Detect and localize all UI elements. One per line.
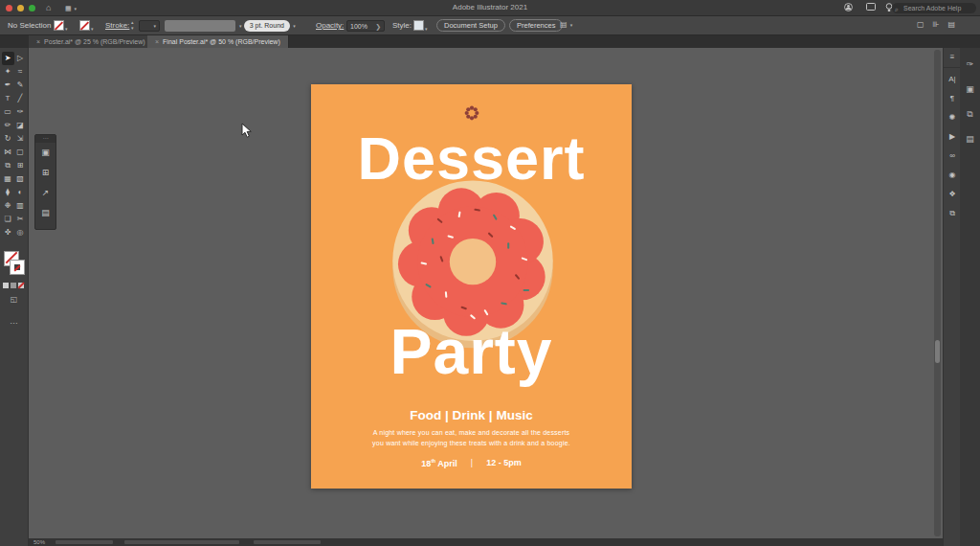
tab-poster[interactable]: ×Poster.ai* @ 25 % (RGB/Preview) <box>29 35 154 48</box>
slice-tool-icon[interactable]: ✂ <box>14 213 27 226</box>
artboards-panel-icon[interactable]: ⧉ <box>944 204 961 223</box>
illustrator-window: ⌂ ▦ ▾ Adobe Illustrator 2021 ⌕ Search Ad… <box>0 0 980 546</box>
color-swatch-panel-icon[interactable]: ▣ <box>960 77 980 102</box>
stroke-width-stepper[interactable]: ▴▾ <box>131 19 134 31</box>
mouse-cursor-icon <box>241 123 253 139</box>
arrange-documents-icon[interactable]: ⊪ <box>933 20 940 29</box>
opacity-dropdown[interactable]: 100%❯ <box>346 20 385 32</box>
brush-settings-icon[interactable]: ▤ ▾ <box>560 20 572 29</box>
toolbox: ➤▷✦≈✒✎T╱▭✑✏◪↻⇲⋈▢⧉⊞▦▧⧫◐❉▥❏✂✜◎ ◱ … <box>0 48 29 546</box>
blend-tool-icon[interactable]: ◐ <box>14 186 27 199</box>
eyedropper-tool-icon[interactable]: ⧫ <box>2 186 14 199</box>
donut-logo-icon <box>463 104 480 122</box>
color-panel-icon[interactable]: ◉ <box>944 166 961 185</box>
links-panel-icon[interactable]: ∞ <box>944 147 961 166</box>
brush-definition[interactable]: ▾ 3 pt. Round ▾ <box>238 20 296 32</box>
shaper-tool-icon[interactable]: ✏ <box>2 119 14 132</box>
scale-tool-icon[interactable]: ⇲ <box>14 132 27 146</box>
layers-mini-panel-icon[interactable]: ▤ <box>35 203 56 223</box>
actions-panel-icon[interactable]: ▶ <box>944 127 961 147</box>
edit-toolbar-icon[interactable]: … <box>0 316 28 326</box>
mini-panel-header[interactable]: ⋯ <box>35 135 56 143</box>
paragraph-panel-icon[interactable]: ¶ <box>944 89 961 108</box>
artboard-tool-icon[interactable]: ❏ <box>2 213 14 226</box>
hand-tool-icon[interactable]: ✜ <box>2 226 14 239</box>
gradient-button[interactable] <box>11 283 16 288</box>
rotate-tool-icon[interactable]: ↻ <box>2 132 14 146</box>
chevron-down-icon: ▾ <box>65 26 68 32</box>
tab-close-icon[interactable]: × <box>36 38 40 45</box>
rectangle-tool-icon[interactable]: ▭ <box>2 105 14 119</box>
libraries-icon[interactable]: ▤ <box>948 20 956 29</box>
stroke-color-control[interactable]: ▾ <box>79 20 94 33</box>
poster-time: 12 - 5pm <box>486 458 522 468</box>
statusbar-text-blur <box>56 540 113 544</box>
pen-tool-icon[interactable]: ✒ <box>2 79 14 92</box>
panel-dock-collapsed: ≡A|¶✺▶∞◉❖⧉ <box>943 48 961 546</box>
statusbar-text-blur <box>124 540 239 544</box>
stroke-none-swatch <box>79 20 90 31</box>
style-swatch-control[interactable]: ▾ <box>413 20 428 33</box>
control-bar: No Selection ▾ ▾ Stroke: ▴▾ ▾ ▾ 3 pt. Ro… <box>0 16 980 35</box>
zoom-tool-icon[interactable]: ◎ <box>14 226 27 239</box>
transform-panel-icon[interactable]: ⊞ <box>35 163 56 183</box>
chevron-down-icon: ▾ <box>91 26 94 32</box>
document-tab-bar: ×Poster.ai* @ 25 % (RGB/Preview) ×Final … <box>0 35 980 48</box>
title-bar: ⌂ ▦ ▾ Adobe Illustrator 2021 ⌕ Search Ad… <box>0 0 980 16</box>
eraser-tool-icon[interactable]: ◪ <box>14 119 27 132</box>
poster-description-line1: A night where you can eat, make and deco… <box>311 429 632 436</box>
gradient-panel-icon[interactable]: ❖ <box>944 185 961 204</box>
none-button[interactable] <box>18 283 24 288</box>
properties-panel-icon[interactable]: ✺ <box>944 108 961 127</box>
artboard-panel-icon[interactable]: ▣ <box>35 143 56 163</box>
variable-width-profile[interactable] <box>165 20 235 32</box>
date-separator: | <box>471 458 473 468</box>
export-panel-icon[interactable]: ↗ <box>35 183 56 203</box>
zoom-level[interactable]: 50% <box>33 538 45 546</box>
free-transform-tool-icon[interactable]: ▢ <box>14 146 27 159</box>
curvature-tool-icon[interactable]: ✎ <box>14 79 27 92</box>
stroke-width-dropdown[interactable]: ▾ <box>139 20 160 32</box>
libraries-panel-icon[interactable]: ✑ <box>960 52 980 77</box>
character-panel-icon[interactable]: A| <box>944 70 961 89</box>
gradient-tool-icon[interactable]: ▧ <box>14 172 27 186</box>
account-icon[interactable] <box>844 3 853 13</box>
grid-icon[interactable]: ▢ <box>917 20 924 29</box>
paintbrush-tool-icon[interactable]: ✑ <box>14 105 27 119</box>
panel-dock-edge: ✑▣⧉▤ <box>960 48 980 546</box>
color-button[interactable] <box>3 283 9 288</box>
lasso-tool-icon[interactable]: ≈ <box>14 65 27 79</box>
line-segment-tool-icon[interactable]: ╱ <box>14 92 27 105</box>
fill-color-control[interactable]: ▾ <box>54 20 68 33</box>
scrollbar-thumb[interactable] <box>935 340 940 363</box>
brush-preset-pill[interactable]: 3 pt. Round <box>244 20 290 32</box>
perspective-grid-tool-icon[interactable]: ⊞ <box>14 159 27 172</box>
document-setup-button[interactable]: Document Setup <box>436 19 505 32</box>
panel-menu-icon[interactable]: ≡ <box>944 48 961 68</box>
stroke-panel-link[interactable]: Stroke: <box>105 21 129 30</box>
tab-label: Final Poster.ai* @ 50 % (RGB/Preview) <box>163 38 280 45</box>
layers-panel-icon[interactable]: ▤ <box>960 126 980 151</box>
vertical-scrollbar[interactable] <box>934 50 941 536</box>
symbol-sprayer-tool-icon[interactable]: ❉ <box>2 199 14 213</box>
selection-tool-icon[interactable]: ➤ <box>2 52 14 65</box>
opacity-link[interactable]: Opacity: <box>316 21 344 30</box>
search-input[interactable]: ⌕ Search Adobe Help <box>892 3 976 13</box>
arrange-window-icon[interactable] <box>866 3 876 12</box>
preferences-button[interactable]: Preferences <box>509 19 563 32</box>
type-tool-icon[interactable]: T <box>2 92 14 105</box>
mesh-tool-icon[interactable]: ▦ <box>2 172 14 186</box>
direct-selection-tool-icon[interactable]: ▷ <box>14 52 27 65</box>
poster-artboard[interactable]: Dessert Party Food | Drink | Music A nig… <box>311 84 632 489</box>
fill-stroke-indicator[interactable] <box>4 251 25 276</box>
stroke-swatch[interactable] <box>11 261 24 274</box>
width-tool-icon[interactable]: ⋈ <box>2 146 14 159</box>
poster-heading-bottom: Party <box>311 320 632 383</box>
shape-builder-tool-icon[interactable]: ⧉ <box>2 159 14 172</box>
magic-wand-tool-icon[interactable]: ✦ <box>2 65 14 79</box>
column-graph-tool-icon[interactable]: ▥ <box>14 199 27 213</box>
tab-final-poster[interactable]: ×Final Poster.ai* @ 50 % (RGB/Preview) <box>147 35 289 48</box>
drawing-modes-icon[interactable]: ◱ <box>0 295 28 304</box>
tab-close-icon[interactable]: × <box>155 38 159 45</box>
pathfinder-panel-icon[interactable]: ⧉ <box>960 102 980 126</box>
